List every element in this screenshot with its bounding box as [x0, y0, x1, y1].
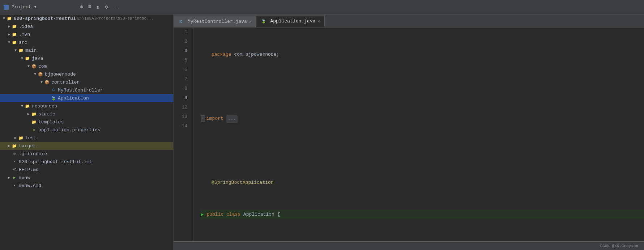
root-path: E:\IDEA\Projects\020-springbo...: [77, 16, 154, 21]
resources-label: resources: [32, 103, 57, 109]
sidebar-item-templates[interactable]: 📁 templates: [0, 118, 173, 126]
class-application: Application: [243, 211, 274, 219]
controller-arrow: [39, 80, 44, 84]
controller-icon: 📦: [44, 79, 50, 85]
myrestcontroller-label: MyRestController: [58, 88, 103, 93]
com-package-icon: 📦: [31, 63, 37, 69]
src-label: src: [19, 40, 27, 45]
sidebar-item-myrestcontroller[interactable]: C MyRestController: [0, 86, 173, 94]
target-label: target: [19, 143, 36, 149]
bjpowernode-arrow: [33, 72, 38, 76]
resources-arrow: [20, 104, 25, 108]
sidebar-item-mvnw[interactable]: ▶ mvnw: [0, 174, 173, 182]
java-label: java: [32, 56, 43, 61]
tab-application-label: Application.java: [270, 18, 315, 24]
linenum-14: 14: [177, 122, 187, 131]
navigate-icon[interactable]: ⊕: [80, 4, 83, 10]
sidebar-item-static[interactable]: 📁 static: [0, 110, 173, 118]
project-dropdown-arrow[interactable]: ▼: [34, 5, 37, 9]
sidebar-item-iml[interactable]: ▪ 020-springboot-restful.iml: [0, 158, 173, 166]
mvnwcmd-label: mvnw.cmd: [19, 183, 41, 188]
project-panel-header: Project ▼: [4, 4, 37, 10]
iml-label: 020-springboot-restful.iml: [19, 159, 92, 165]
import-dots: ...: [226, 115, 238, 123]
linenum-1: 1: [177, 27, 187, 37]
project-icon: [4, 5, 9, 10]
sidebar-item-application[interactable]: 🍃 Application: [0, 94, 173, 102]
sidebar-item-idea[interactable]: 📁 .idea: [0, 22, 173, 30]
test-icon: 📁: [18, 135, 24, 141]
tab-myrestcontroller[interactable]: C MyRestController.java ✕: [174, 16, 256, 27]
tab-application[interactable]: 🍃 Application.java ✕: [256, 16, 324, 27]
application-label: Application: [58, 96, 89, 101]
sidebar-item-com[interactable]: 📦 com: [0, 62, 173, 70]
mvn-arrow: [7, 32, 12, 37]
gitignore-icon: ⊘: [12, 151, 17, 157]
mvn-label: .mvn: [19, 32, 30, 37]
static-icon: 📁: [31, 111, 37, 117]
java-folder-icon: 📁: [25, 55, 30, 61]
appprops-icon: ⚙: [31, 127, 37, 133]
minimize-icon[interactable]: —: [113, 4, 116, 10]
project-label: Project: [12, 4, 31, 10]
package-name: com.bjpowernode;: [234, 51, 279, 59]
run-arrow[interactable]: ▶: [201, 211, 204, 219]
code-line-7: ▶ public class Application {: [201, 210, 644, 219]
sidebar-item-bjpowernode[interactable]: 📦 bjpowernode: [0, 70, 173, 78]
linenum-9: 9: [177, 93, 187, 103]
keyword-import: import: [206, 115, 223, 123]
sidebar-item-gitignore[interactable]: ⊘ .gitignore: [0, 150, 173, 158]
sidebar-item-mvn[interactable]: 📁 .mvn: [0, 30, 173, 38]
tab-application-close[interactable]: ✕: [317, 19, 320, 24]
code-line-5: [201, 146, 644, 156]
gutter-expand-3[interactable]: +: [201, 115, 205, 122]
mvnw-arrow: [7, 175, 12, 180]
helpmd-icon: MD: [12, 167, 17, 173]
code-line-3: + import ...: [201, 114, 644, 123]
java-arrow: [20, 56, 25, 60]
sort-icon[interactable]: ⇅: [97, 4, 100, 10]
mvnwcmd-icon: ▪: [12, 183, 17, 188]
target-icon: 📁: [12, 143, 17, 149]
mvnw-icon: ▶: [12, 175, 17, 181]
appprops-label: application.properties: [38, 127, 101, 133]
sidebar-item-src[interactable]: 📁 src: [0, 38, 173, 46]
sidebar-item-main[interactable]: 📁 main: [0, 46, 173, 54]
com-label: com: [38, 64, 47, 69]
linenum-12: 12: [177, 103, 187, 112]
mvnw-label: mvnw: [19, 175, 30, 181]
src-arrow: [7, 41, 12, 45]
sidebar-item-helpmd[interactable]: MD HELP.md: [0, 166, 173, 174]
code-editor[interactable]: 1 2 3 5 6 7 8 9 12 13 14 package com.: [174, 27, 644, 241]
settings-icon[interactable]: ⚙: [105, 4, 108, 10]
kw-public-7: public: [206, 211, 223, 219]
main-label: main: [25, 48, 37, 53]
com-arrow: [26, 64, 31, 68]
mvn-folder-icon: 📁: [12, 31, 17, 37]
sidebar-item-mvnwcmd[interactable]: ▪ mvnw.cmd: [0, 182, 173, 190]
structure-icon[interactable]: ≡: [88, 4, 91, 10]
sidebar-item-appprops[interactable]: ⚙ application.properties: [0, 126, 173, 134]
idea-label: .idea: [19, 24, 33, 29]
idea-folder-icon: 📁: [12, 24, 17, 29]
sidebar-item-test[interactable]: 📁 test: [0, 134, 173, 142]
controller-label: controller: [51, 80, 80, 85]
project-tree: 📁 020-springboot-restful E:\IDEA\Project…: [0, 14, 174, 250]
sidebar-item-target[interactable]: 📁 target: [0, 142, 173, 150]
editor-area: C MyRestController.java ✕ 🍃 Application.…: [174, 14, 644, 250]
status-credit: CSDN @KK-Greyson: [600, 244, 638, 248]
target-arrow: [7, 144, 12, 148]
main-arrow: [13, 48, 18, 52]
linenum-8: 8: [177, 84, 187, 93]
tab-myrestcontroller-close[interactable]: ✕: [249, 19, 252, 24]
root-arrow: [1, 17, 7, 21]
tree-root[interactable]: 📁 020-springboot-restful E:\IDEA\Project…: [0, 14, 173, 22]
tab-myrestcontroller-label: MyRestController.java: [188, 19, 247, 24]
iml-icon: ▪: [12, 159, 17, 165]
sidebar-item-java[interactable]: 📁 java: [0, 54, 173, 62]
sidebar-item-resources[interactable]: 📁 resources: [0, 102, 173, 110]
root-folder-icon: 📁: [7, 16, 12, 21]
sidebar-item-controller[interactable]: 📦 controller: [0, 78, 173, 86]
code-line-6: @SpringBootApplication: [201, 178, 644, 187]
templates-label: templates: [38, 119, 64, 125]
